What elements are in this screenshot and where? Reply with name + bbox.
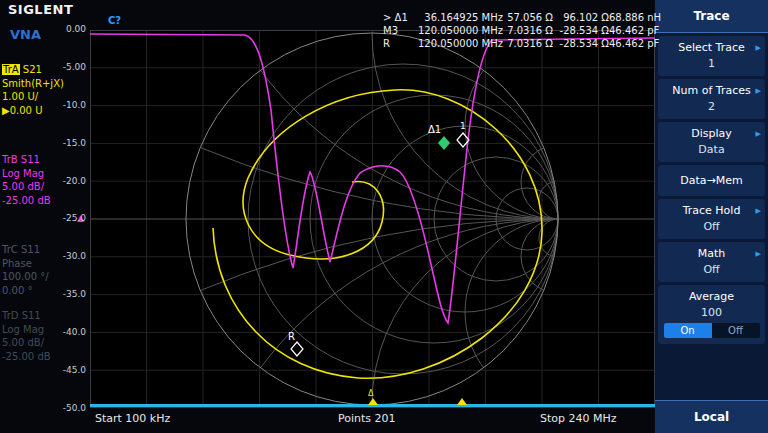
correction-status-flag: C? — [108, 15, 121, 26]
display-button[interactable]: Display ▶ Data — [658, 122, 765, 162]
axis-marker-delta-label: Δ — [368, 389, 374, 398]
trace-param: S11 — [21, 244, 40, 255]
y-axis-labels: 0.00-5.00 -10.0-15.0 -20.0-25.0 -30.0-35… — [52, 24, 86, 414]
num-of-traces-button[interactable]: Num of Traces ▶ 2 — [658, 79, 765, 119]
trace-info-trB[interactable]: TrB S11 Log Mag 5.00 dB/ -25.00 dB — [2, 153, 58, 207]
trace-ref: -25.00 dB — [2, 350, 58, 364]
marker-delta1-diamond-icon[interactable] — [438, 136, 450, 150]
math-button[interactable]: Math ▶ Off — [658, 242, 765, 282]
axis-marker-triangle-icon[interactable] — [368, 398, 378, 405]
select-trace-button[interactable]: Select Trace ▶ 1 — [658, 36, 765, 76]
trace-format: Smith(R+jX) — [2, 77, 58, 91]
trace-info-trD[interactable]: TrD S11 Log Mag 5.00 dB/ -25.00 dB — [2, 309, 58, 363]
trace-scale: 5.00 dB/ — [2, 336, 58, 350]
submenu-arrow-icon: ▶ — [756, 44, 761, 52]
marker-1-label: 1 — [460, 121, 466, 131]
softkey-menu: Trace Select Trace ▶ 1 Num of Traces ▶ 2… — [655, 0, 768, 433]
trace-hold-button[interactable]: Trace Hold ▶ Off — [658, 199, 765, 239]
marker-R-label: R — [288, 331, 295, 342]
trace-param: S11 — [21, 154, 40, 165]
trace-ref: -25.00 dB — [2, 194, 58, 208]
trace-ref: 0.00 ° — [2, 284, 58, 298]
submenu-arrow-icon: ▶ — [756, 207, 761, 215]
trace-param: S21 — [23, 64, 42, 75]
marker-delta1-label: Δ1 — [428, 124, 441, 135]
toggle-on[interactable]: On — [664, 323, 712, 338]
trace-info-trC[interactable]: TrC S11 Phase 100.00 °/ 0.00 ° — [2, 243, 58, 297]
trace-ref: 0.00 U — [10, 105, 43, 116]
trace-format: Log Mag — [2, 323, 58, 337]
marker-R-diamond-icon[interactable] — [291, 342, 303, 356]
points-label: Points 201 — [338, 412, 396, 425]
marker-readout-table: > Δ1 36.164925 MHz 57.056 Ω 96.102 Ω 68.… — [383, 11, 655, 50]
marker-row: M3 120.050000 MHz 7.0316 Ω -28.534 Ω 46.… — [383, 24, 655, 37]
data-to-mem-button[interactable]: Data→Mem — [658, 165, 765, 196]
marker-row: R 120.050000 MHz 7.0316 Ω -28.534 Ω 46.4… — [383, 37, 655, 50]
trace-param: S11 — [22, 310, 41, 321]
start-frequency-label: Start 100 kHz — [95, 412, 170, 425]
graph-canvas: Δ1 1 R Δ — [90, 30, 655, 408]
trace-format: Log Mag — [2, 167, 58, 181]
average-button[interactable]: Average 100 On Off — [658, 285, 765, 344]
trace-scale: 100.00 °/ — [2, 270, 58, 284]
measurement-graph[interactable]: Δ1 1 R Δ — [90, 30, 655, 408]
trace-id: TrB — [2, 154, 18, 165]
trace-scale: 5.00 dB/ — [2, 180, 58, 194]
submenu-arrow-icon: ▶ — [756, 130, 761, 138]
axis-marker2-triangle-icon[interactable] — [457, 398, 467, 405]
local-button[interactable]: Local — [655, 400, 768, 433]
stop-frequency-label: Stop 240 MHz — [540, 412, 617, 425]
submenu-arrow-icon: ▶ — [756, 87, 761, 95]
menu-title: Trace — [655, 0, 768, 33]
trace-format: Phase — [2, 257, 58, 271]
trace-info-trA[interactable]: TrA S21 Smith(R+jX) 1.00 U/ ▶0.00 U — [2, 63, 58, 117]
trace-ref-arrow-icon: ▶ — [2, 105, 10, 116]
siglent-logo: SIGLENT — [8, 2, 73, 17]
trace-id: TrC — [2, 244, 18, 255]
toggle-off[interactable]: Off — [712, 323, 760, 338]
trace-trA-smith-curve — [213, 90, 542, 378]
marker-row: > Δ1 36.164925 MHz 57.056 Ω 96.102 Ω 68.… — [383, 11, 655, 24]
trace-id: TrD — [2, 310, 18, 321]
average-on-off-toggle[interactable]: On Off — [664, 323, 760, 338]
submenu-arrow-icon: ▶ — [756, 250, 761, 258]
trace-id: TrA — [2, 64, 20, 75]
mode-label: VNA — [10, 27, 41, 42]
trace-scale: 1.00 U/ — [2, 90, 58, 104]
